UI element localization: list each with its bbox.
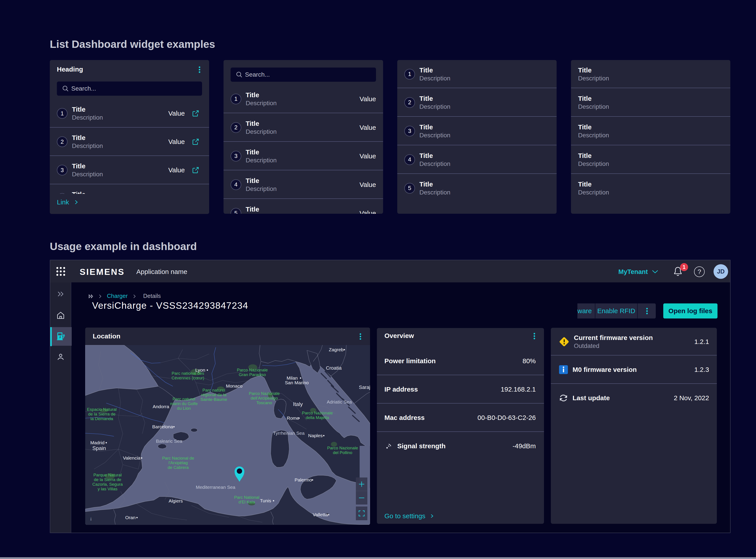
svg-text:Valencia: Valencia: [123, 455, 141, 461]
svg-text:Tunis: Tunis: [260, 498, 271, 503]
svg-text:i: i: [91, 517, 91, 521]
svg-text:Monaco: Monaco: [226, 383, 242, 388]
svg-text:Spain: Spain: [92, 445, 106, 451]
svg-text:Palermo: Palermo: [294, 477, 312, 483]
svg-text:Oran: Oran: [125, 515, 136, 520]
svg-text:Valletta: Valletta: [313, 512, 328, 517]
svg-text:Italy: Italy: [293, 401, 303, 407]
svg-text:Espacio Naturalde la Sierra de: Espacio Naturalde la Sierra dela Demanda: [87, 407, 117, 421]
svg-text:Parco NazionaleGran Paradiso: Parco NazionaleGran Paradiso: [237, 367, 267, 377]
svg-text:San Marino: San Marino: [285, 380, 308, 385]
svg-text:Madrid: Madrid: [90, 440, 104, 445]
svg-text:Andorra: Andorra: [153, 404, 169, 409]
svg-text:Rome: Rome: [287, 416, 299, 421]
svg-text:Parc naturelrégional de laSain: Parc naturelrégional de laSainte-Baume: [200, 388, 227, 402]
svg-text:Croatia: Croatia: [326, 365, 342, 371]
svg-text:Tyrrhenian Sea: Tyrrhenian Sea: [273, 430, 305, 435]
svg-text:Milan: Milan: [287, 375, 298, 380]
svg-text:Parc national desCévennes (cœu: Parc national desCévennes (cœur): [171, 371, 204, 380]
svg-text:Barcelona: Barcelona: [152, 424, 173, 429]
svg-text:Adriatic Sea: Adriatic Sea: [327, 399, 352, 404]
svg-text:Algiers: Algiers: [169, 498, 183, 504]
svg-text:Parco Nazionaledella Majella: Parco Nazionaledella Majella: [302, 410, 333, 420]
svg-text:Sarajev: Sarajev: [359, 384, 370, 390]
svg-text:Mediterranean Sea: Mediterranean Sea: [196, 485, 235, 490]
svg-text:Naples: Naples: [308, 433, 323, 438]
svg-text:Balearic Sea: Balearic Sea: [156, 439, 182, 444]
svg-text:Zagreb: Zagreb: [329, 347, 344, 352]
